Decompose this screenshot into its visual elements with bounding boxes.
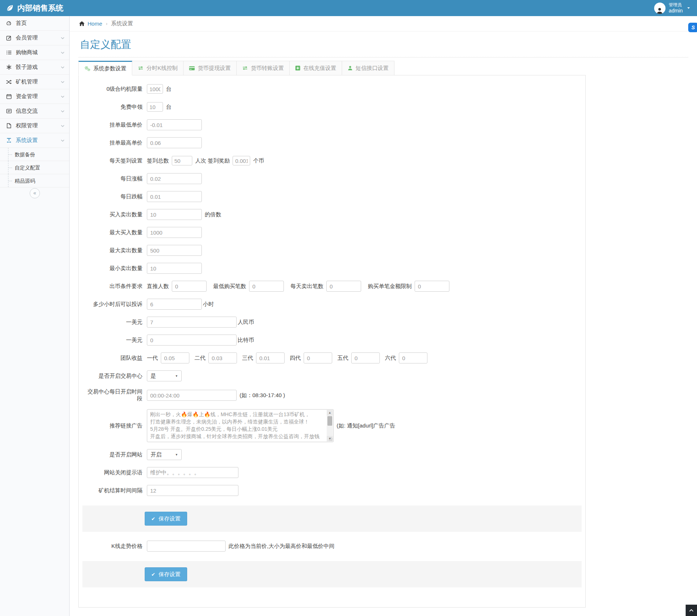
withdraw-conditions-text: 直推人数 <box>147 283 169 290</box>
dashboard-icon <box>5 20 12 26</box>
usd-btc-input[interactable] <box>147 335 237 346</box>
daily-signin-label: 每天签到设置 <box>82 157 147 164</box>
breadcrumb-home-link[interactable]: Home <box>88 20 102 27</box>
sidebar-item-dice-game[interactable]: 骰子游戏 <box>0 60 69 75</box>
miner-settle-interval-label: 矿机结算时间间隔 <box>82 487 147 494</box>
buy-sell-multiple-label: 买入卖出数量 <box>82 211 147 218</box>
daily-signin-input[interactable] <box>172 156 192 165</box>
tab-recharge-settings[interactable]: 在线充值设置 <box>290 61 342 75</box>
tab-system-params[interactable]: 系统参数设置 <box>78 61 132 75</box>
free-claim-label: 免费申领 <box>82 104 147 111</box>
form-row-kline-price: K线走势价格 此价格为当前价,大小为最高价和最低价中间 <box>82 541 582 552</box>
team-income-input[interactable] <box>161 352 189 363</box>
chevron-down-icon <box>60 138 65 143</box>
resize-grip[interactable] <box>329 437 333 441</box>
chevron-down-icon <box>60 80 65 84</box>
trade-center-toggle-select[interactable]: 是▼ <box>147 370 182 381</box>
tab-transfer-settings[interactable]: 货币转账设置 <box>237 61 290 75</box>
team-income-input[interactable] <box>351 352 380 363</box>
withdraw-conditions-text: 购买单笔金额限制 <box>368 283 412 290</box>
usd-cny-text: 人民币 <box>238 319 254 326</box>
sidebar-item-members[interactable]: 会员管理 <box>0 31 69 45</box>
form-row-usd-btc: 一美元比特币 <box>82 335 582 346</box>
daily-rise-input[interactable] <box>147 173 202 184</box>
team-income-input[interactable] <box>208 352 237 363</box>
list-icon <box>5 50 12 55</box>
daily-signin-input[interactable] <box>233 156 250 165</box>
sidebar-item-system-settings[interactable]: 系统设置 <box>0 133 69 148</box>
withdraw-conditions-input[interactable] <box>326 281 361 292</box>
withdraw-conditions-input[interactable] <box>172 281 207 292</box>
miner-settle-interval-input[interactable] <box>147 485 238 496</box>
buy-sell-multiple-text: 的倍数 <box>205 211 221 218</box>
site-toggle-label: 是否开启网站 <box>82 451 147 458</box>
trade-center-hours-input[interactable] <box>147 390 237 401</box>
main-area: Home › 系统设置 自定义配置 系统参数设置分时K线控制货币提现设置货币转账… <box>70 16 697 616</box>
recommend-ad-label: 推荐链接广告 <box>82 422 147 429</box>
sidebar-subitem-custom-config[interactable]: 自定义配置 <box>0 161 69 174</box>
form-row-trade-center-toggle: 是否开启交易中心是▼ <box>82 370 582 381</box>
save-button-label: 保存设置 <box>159 571 181 578</box>
chevron-down-icon <box>60 109 65 113</box>
tab-withdraw-settings[interactable]: 货币提现设置 <box>183 61 237 75</box>
form-row-contract-limit: 0级合约机限量台 <box>82 83 582 94</box>
max-buy-input[interactable] <box>147 227 202 238</box>
team-income-input[interactable] <box>304 352 332 363</box>
sidebar-item-funds[interactable]: 资金管理 <box>0 89 69 104</box>
tab-kline-control[interactable]: 分时K线控制 <box>132 61 183 75</box>
browser-extension-badge[interactable]: S <box>688 23 697 32</box>
free-claim-input[interactable] <box>147 102 163 112</box>
chevron-down-icon <box>60 36 65 40</box>
team-income-input[interactable] <box>256 352 285 363</box>
form-row-max-order-price: 挂单最高单价 <box>82 137 582 148</box>
textarea-scrollbar[interactable]: ▲▼ <box>327 410 333 441</box>
complaint-hours-input[interactable] <box>147 299 202 310</box>
scrollbar-thumb[interactable] <box>327 416 332 426</box>
sidebar-item-messages[interactable]: 信息交流 <box>0 104 69 119</box>
save-button-2[interactable]: ✔ 保存设置 <box>145 567 187 581</box>
daily-fall-input[interactable] <box>147 191 202 202</box>
user-role: 管理员 <box>669 3 683 8</box>
title-divider <box>78 57 688 57</box>
check-icon: ✔ <box>151 516 155 522</box>
sidebar-item-mall[interactable]: 购物商城 <box>0 45 69 60</box>
withdraw-conditions-input[interactable] <box>415 281 449 292</box>
min-sell-input[interactable] <box>147 263 202 274</box>
contract-limit-input[interactable] <box>147 84 163 94</box>
user-menu[interactable]: 管理员 admin <box>648 0 697 16</box>
site-close-message-input[interactable] <box>147 467 238 478</box>
chevron-down-icon <box>60 94 65 99</box>
recommend-ad-textarea[interactable]: 刚出一秒，火🔥爆🔥上🔥线，MHC养生链，注册就送一台13币矿机， 打造健康养生理… <box>147 409 334 442</box>
sidebar-item-miner[interactable]: 矿机管理 <box>0 75 69 89</box>
withdraw-conditions-input[interactable] <box>249 281 284 292</box>
usd-btc-text: 比特币 <box>238 337 254 344</box>
sidebar-item-permissions[interactable]: 权限管理 <box>0 119 69 133</box>
max-sell-input[interactable] <box>147 245 202 256</box>
form-row-withdraw-conditions: 出币条件要求直推人数最低购买笔数每天卖出笔数购买单笔金额限制 <box>82 281 582 292</box>
team-income-text: 四代 <box>290 355 301 362</box>
site-toggle-select[interactable]: 开启▼ <box>147 449 182 460</box>
form-row-usd-cny: 一美元人民币 <box>82 317 582 328</box>
back-to-top-button[interactable] <box>686 605 697 616</box>
save-button[interactable]: ✔ 保存设置 <box>145 512 187 526</box>
team-income-input[interactable] <box>399 352 427 363</box>
sidebar-item-home[interactable]: 首页 <box>0 16 69 31</box>
form-row-recommend-ad: 推荐链接广告刚出一秒，火🔥爆🔥上🔥线，MHC养生链，注册就送一台13币矿机， 打… <box>82 409 582 442</box>
max-order-price-input[interactable] <box>147 137 202 148</box>
kline-price-input[interactable] <box>147 541 226 552</box>
tab-sms-settings[interactable]: 短信接口设置 <box>342 61 394 75</box>
exchange-icon <box>242 66 248 71</box>
contract-limit-text: 台 <box>166 86 171 93</box>
min-order-price-input[interactable] <box>147 119 202 130</box>
sidebar-subitem-premium-source[interactable]: 精品源码 <box>0 174 69 187</box>
scroll-up-icon[interactable]: ▲ <box>327 410 333 415</box>
sidebar-subitem-data-backup[interactable]: 数据备份 <box>0 148 69 161</box>
sidebar-collapse-button[interactable]: « <box>30 188 40 198</box>
edit-icon <box>5 35 12 41</box>
app-logo[interactable]: 内部销售系统 <box>0 3 70 13</box>
select-caret-icon: ▼ <box>175 453 178 456</box>
usd-cny-input[interactable] <box>147 317 237 328</box>
buy-sell-multiple-input[interactable] <box>147 209 202 220</box>
chevron-down-icon <box>60 51 65 55</box>
contract-limit-label: 0级合约机限量 <box>82 86 147 93</box>
